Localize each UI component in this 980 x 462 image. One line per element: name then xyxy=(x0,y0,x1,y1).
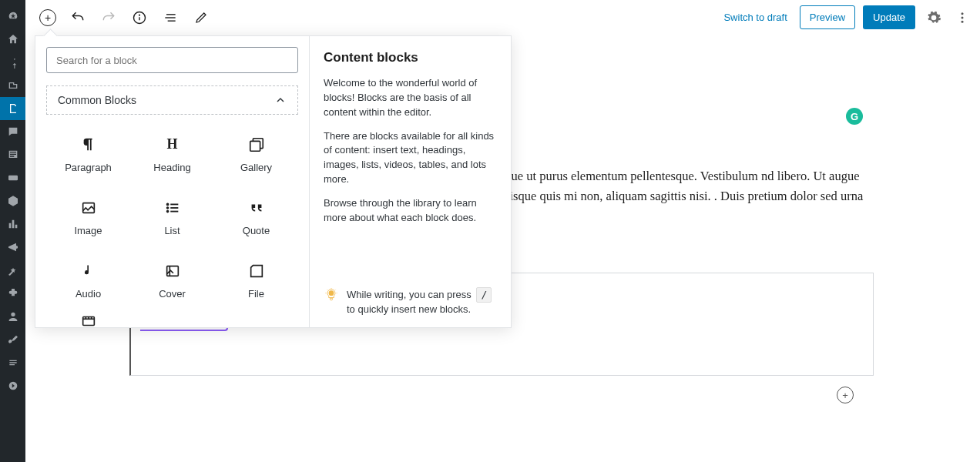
block-file[interactable]: File xyxy=(214,249,298,312)
inserter-tip: While writing, you can press / to quickl… xyxy=(324,287,497,316)
sidebar-item-media[interactable] xyxy=(0,74,25,97)
gallery-icon xyxy=(247,136,266,154)
add-block-inline-button[interactable]: + xyxy=(837,387,854,403)
svg-point-4 xyxy=(139,15,140,15)
paragraph-icon xyxy=(79,136,98,154)
svg-rect-12 xyxy=(250,141,260,151)
admin-sidebar xyxy=(0,0,25,462)
grammarly-badge[interactable]: G xyxy=(846,108,863,125)
inserter-desc-1: Welcome to the wonderful world of blocks… xyxy=(324,76,497,120)
sidebar-item-comments[interactable] xyxy=(0,120,25,143)
audio-icon xyxy=(79,262,98,280)
editor-topbar: + Switch to draft Preview Update xyxy=(25,0,980,35)
add-block-button[interactable]: + xyxy=(39,9,56,26)
svg-rect-0 xyxy=(8,176,18,181)
block-label: Quote xyxy=(243,225,270,236)
image-icon xyxy=(79,199,98,217)
tip-before: While writing, you can press xyxy=(347,289,472,300)
block-audio[interactable]: Audio xyxy=(46,249,130,312)
block-heading[interactable]: H Heading xyxy=(130,122,214,186)
sidebar-item-users[interactable] xyxy=(0,305,25,328)
block-label: Paragraph xyxy=(65,162,112,173)
sidebar-item-collapse[interactable] xyxy=(0,374,25,397)
lightbulb-icon xyxy=(324,288,339,303)
tip-key: / xyxy=(476,287,492,303)
block-label: Gallery xyxy=(240,162,272,173)
sidebar-item-products[interactable] xyxy=(0,189,25,213)
svg-point-9 xyxy=(962,16,964,18)
inserter-desc-2: There are blocks available for all kinds… xyxy=(324,129,497,187)
block-label: Cover xyxy=(159,288,186,300)
sidebar-item-tools[interactable] xyxy=(0,328,25,351)
more-options-button[interactable] xyxy=(952,10,972,25)
block-quote[interactable]: Quote xyxy=(214,186,298,249)
svg-point-18 xyxy=(166,210,168,212)
sidebar-item-settings[interactable] xyxy=(0,351,25,374)
file-icon xyxy=(247,262,266,280)
block-image[interactable]: Image xyxy=(46,186,130,249)
block-inserter-popover: Common Blocks Paragraph H Heading Galler… xyxy=(35,35,512,328)
sidebar-item-marketing[interactable] xyxy=(0,236,25,259)
video-icon xyxy=(79,312,98,327)
block-label: File xyxy=(248,288,264,300)
block-video[interactable] xyxy=(46,312,130,327)
block-gallery[interactable]: Gallery xyxy=(214,122,298,186)
redo-button[interactable] xyxy=(99,8,118,27)
list-icon xyxy=(163,199,182,217)
preview-button[interactable]: Preview xyxy=(800,5,855,29)
sidebar-item-appearance[interactable] xyxy=(0,259,25,282)
sidebar-item-dashboard[interactable] xyxy=(0,5,25,28)
block-label: List xyxy=(164,225,180,236)
switch-to-draft-button[interactable]: Switch to draft xyxy=(719,8,791,26)
block-label: Audio xyxy=(76,288,101,300)
sidebar-item-pin[interactable] xyxy=(0,51,25,74)
sidebar-item-plugins[interactable] xyxy=(0,282,25,305)
sidebar-item-pages[interactable] xyxy=(0,97,25,120)
block-label: Image xyxy=(74,225,102,236)
svg-point-14 xyxy=(166,203,168,205)
svg-point-10 xyxy=(962,20,964,22)
outline-button[interactable] xyxy=(161,8,180,27)
settings-button[interactable] xyxy=(923,10,945,25)
tip-after: to quickly insert new blocks. xyxy=(347,303,471,315)
info-button[interactable] xyxy=(130,8,149,27)
sidebar-item-home[interactable] xyxy=(0,28,25,51)
undo-button[interactable] xyxy=(69,8,87,27)
heading-icon: H xyxy=(163,136,182,154)
quote-icon xyxy=(247,199,266,217)
svg-point-16 xyxy=(166,207,168,209)
block-paragraph[interactable]: Paragraph xyxy=(46,122,130,186)
search-input[interactable] xyxy=(46,47,298,73)
update-button[interactable]: Update xyxy=(863,5,915,29)
block-cover[interactable]: Cover xyxy=(130,249,214,312)
sidebar-item-analytics[interactable] xyxy=(0,213,25,236)
svg-point-26 xyxy=(329,290,334,296)
sidebar-item-woo[interactable] xyxy=(0,166,25,189)
category-label: Common Blocks xyxy=(58,94,136,106)
block-label: Heading xyxy=(153,162,190,173)
category-common-blocks[interactable]: Common Blocks xyxy=(46,85,298,115)
inserter-title: Content blocks xyxy=(324,50,497,65)
sidebar-item-feedback[interactable] xyxy=(0,143,25,166)
chevron-up-icon xyxy=(274,94,287,106)
cover-icon xyxy=(163,262,182,280)
svg-rect-20 xyxy=(166,266,178,276)
inserter-desc-3: Browse through the library to learn more… xyxy=(324,196,497,226)
svg-point-8 xyxy=(962,12,964,15)
edit-button[interactable] xyxy=(192,8,210,27)
block-list[interactable]: List xyxy=(130,186,214,249)
